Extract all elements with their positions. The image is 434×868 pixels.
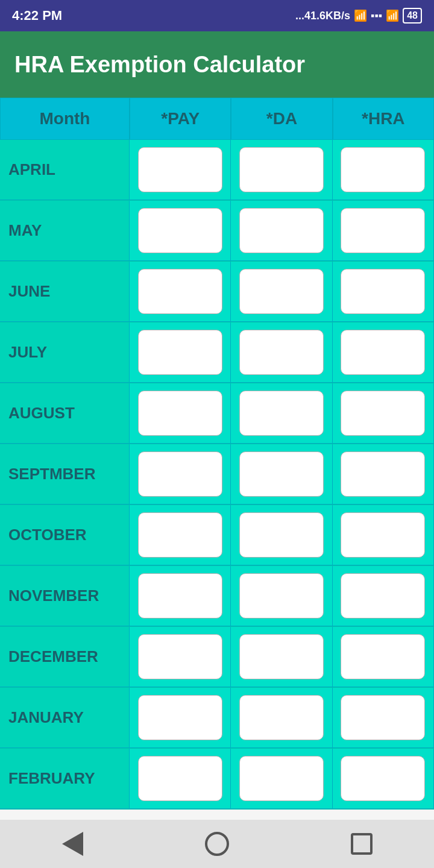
app-header: HRA Exemption Calculator [0,31,434,98]
status-indicators: ...41.6KB/s 📶 ▪▪▪ 📶 48 [295,8,422,24]
da-input[interactable] [239,147,324,192]
da-input[interactable] [239,451,324,497]
da-input[interactable] [239,634,324,679]
hra-input[interactable] [341,573,425,618]
hra-input[interactable] [341,330,425,375]
pay-input[interactable] [138,391,222,436]
hra-cell [333,749,434,809]
hra-cell [333,262,434,322]
da-input[interactable] [239,512,324,558]
table-row: OCTOBER [0,505,434,566]
col-pay: *PAY [130,98,231,140]
time-display: 4:22 PM [12,8,62,24]
month-label: APRIL [0,140,130,200]
pay-input[interactable] [138,512,222,558]
hra-cell [333,383,434,444]
da-input[interactable] [239,208,324,253]
table-row: DECEMBER [0,627,434,688]
month-label: SEPTMBER [0,444,130,505]
wifi-icon: 📶 [386,9,399,22]
month-label: AUGUST [0,383,130,444]
hra-input[interactable] [341,451,425,497]
col-hra: *HRA [333,98,434,140]
da-cell [231,140,332,200]
table-row: MAY [0,201,434,262]
pay-cell [130,566,231,626]
pay-cell [130,322,231,383]
table-row: FEBRUARY [0,749,434,810]
hra-cell [333,688,434,748]
table-row: JULY [0,322,434,383]
da-cell [231,444,332,505]
da-input[interactable] [239,756,324,801]
pay-cell [130,383,231,444]
da-cell [231,566,332,626]
da-input[interactable] [239,573,324,618]
pay-input[interactable] [138,208,222,253]
da-input[interactable] [239,330,324,375]
hra-input[interactable] [341,391,425,436]
hra-cell [333,505,434,565]
table-row: APRIL [0,140,434,201]
back-button[interactable] [54,826,90,862]
table-row: SEPTMBER [0,444,434,505]
hra-input[interactable] [341,147,425,192]
table-row: JUNE [0,262,434,322]
da-cell [231,688,332,748]
month-label: JUNE [0,262,130,322]
month-label: JANUARY [0,688,130,748]
da-cell [231,383,332,444]
month-label: JULY [0,322,130,383]
home-button[interactable] [199,826,235,862]
pay-cell [130,262,231,322]
network-speed: ...41.6KB/s [295,10,350,22]
pay-input[interactable] [138,573,222,618]
hra-input[interactable] [341,695,425,740]
home-icon [205,832,229,856]
month-label: NOVEMBER [0,566,130,626]
battery-indicator: 48 [403,8,422,24]
hra-input[interactable] [341,512,425,558]
pay-cell [130,688,231,748]
hra-cell [333,140,434,200]
bluetooth-icon: 📶 [354,9,367,22]
table-header-row: Month *PAY *DA *HRA [0,98,434,140]
pay-cell [130,627,231,687]
pay-cell [130,505,231,565]
app-title: HRA Exemption Calculator [14,52,305,78]
hra-input[interactable] [341,756,425,801]
pay-input[interactable] [138,330,222,375]
hra-cell [333,444,434,505]
pay-cell [130,140,231,200]
recent-icon [351,833,373,855]
da-cell [231,627,332,687]
nav-bar [0,820,434,868]
pay-input[interactable] [138,269,222,314]
pay-input[interactable] [138,634,222,679]
table-body: APRILMAYJUNEJULYAUGUSTSEPTMBEROCTOBERNOV… [0,140,434,810]
da-input[interactable] [239,391,324,436]
da-cell [231,262,332,322]
month-label: FEBRUARY [0,749,130,809]
da-cell [231,201,332,261]
da-input[interactable] [239,269,324,314]
month-label: MAY [0,201,130,261]
back-icon [62,832,83,856]
col-da: *DA [231,98,332,140]
calculator-table: Month *PAY *DA *HRA APRILMAYJUNEJULYAUGU… [0,98,434,810]
da-input[interactable] [239,695,324,740]
status-bar: 4:22 PM ...41.6KB/s 📶 ▪▪▪ 📶 48 [0,0,434,31]
pay-input[interactable] [138,695,222,740]
table-row: NOVEMBER [0,566,434,627]
pay-input[interactable] [138,147,222,192]
hra-input[interactable] [341,208,425,253]
hra-input[interactable] [341,634,425,679]
signal-icon: ▪▪▪ [371,10,382,22]
month-label: OCTOBER [0,505,130,565]
month-label: DECEMBER [0,627,130,687]
pay-input[interactable] [138,451,222,497]
recent-button[interactable] [344,826,380,862]
pay-input[interactable] [138,756,222,801]
table-row: JANUARY [0,688,434,749]
hra-input[interactable] [341,269,425,314]
